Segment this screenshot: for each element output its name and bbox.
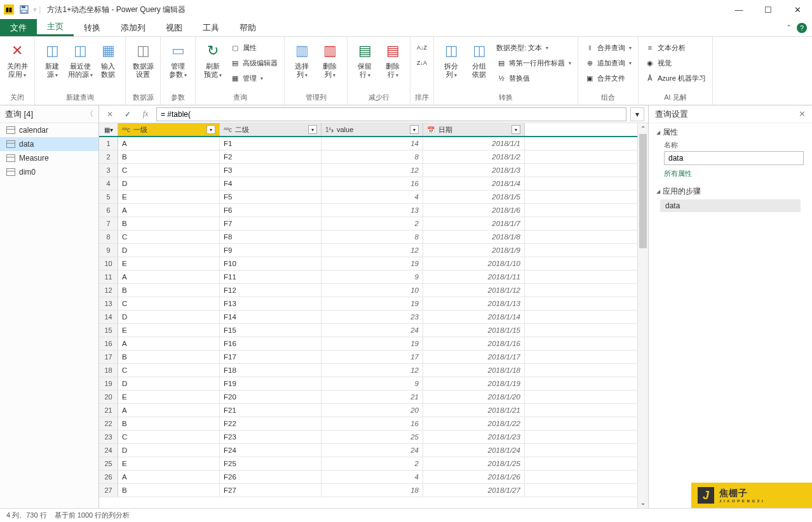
applied-step[interactable]: data [660,199,801,212]
close-settings-icon[interactable]: ✕ [799,109,806,119]
cell[interactable]: 18 [321,484,423,497]
cell[interactable]: F21 [220,404,321,417]
cell[interactable]: 4 [321,471,423,483]
remove-columns-button[interactable]: ▥删除 列 [316,39,343,79]
table-row[interactable]: 24DF24242018/1/24 [99,444,637,457]
cell[interactable]: F20 [220,391,321,403]
cell[interactable]: 2018/1/15 [423,324,525,337]
table-row[interactable]: 13CF13192018/1/13 [99,297,637,311]
column-filter-icon[interactable]: ▾ [206,125,215,134]
cell[interactable]: E [118,257,220,270]
cell[interactable]: F23 [220,431,321,443]
combine-files-button[interactable]: ▣合并文件 [582,71,634,85]
cell[interactable]: F13 [220,297,321,310]
collapse-queries-icon[interactable]: 〈 [86,109,93,119]
cell[interactable]: 2018/1/14 [423,311,525,323]
column-header-value[interactable]: 1²₃value▾ [321,123,423,136]
tab-工具[interactable]: 工具 [193,19,229,36]
cell[interactable]: 2 [321,217,423,230]
cell[interactable]: 2018/1/19 [423,377,525,390]
cell[interactable]: 2018/1/3 [423,164,525,177]
cell[interactable]: 8 [321,231,423,243]
cell[interactable]: 19 [321,257,423,270]
fx-icon[interactable]: fx [139,107,152,121]
table-row[interactable]: 25EF2522018/1/25 [99,457,637,471]
save-icon[interactable] [19,4,29,15]
cell[interactable]: B [118,284,220,297]
cell[interactable]: A [118,404,220,417]
scroll-thumb[interactable] [639,134,647,248]
cell[interactable]: B [118,417,220,430]
azure-ml-button[interactable]: ÅAzure 机器学习 [642,71,708,85]
cell[interactable]: A [118,137,220,150]
cell[interactable]: 23 [321,311,423,323]
cell[interactable]: F2 [220,151,321,163]
cell[interactable]: F24 [220,444,321,457]
cell[interactable]: A [118,271,220,283]
manage-button[interactable]: ▦管理 [227,71,280,85]
table-row[interactable]: 19DF1992018/1/19 [99,377,637,391]
cell[interactable]: 2018/1/12 [423,284,525,297]
table-row[interactable]: 26AF2642018/1/26 [99,471,637,484]
cell[interactable]: 2018/1/5 [423,191,525,203]
cell[interactable]: F22 [220,417,321,430]
scroll-up-icon[interactable]: ⌃ [638,123,648,134]
cell[interactable]: 21 [321,391,423,403]
table-row[interactable]: 10EF10192018/1/10 [99,257,637,271]
formula-input[interactable] [156,107,626,121]
cell[interactable]: 2018/1/20 [423,391,525,403]
cell[interactable]: 14 [321,137,423,150]
cell[interactable]: 9 [321,271,423,283]
column-filter-icon[interactable]: ▾ [511,125,520,134]
tab-添加列[interactable]: 添加列 [111,19,156,36]
table-row[interactable]: 6AF6132018/1/6 [99,204,637,217]
remove-rows-button[interactable]: ▤删除 行 [379,39,406,79]
table-icon[interactable]: ▦▾ [99,123,118,136]
cell[interactable]: 2018/1/22 [423,417,525,430]
query-item-dim0[interactable]: dim0 [0,165,98,179]
cell[interactable]: F15 [220,324,321,337]
cell[interactable]: 13 [321,204,423,217]
table-row[interactable]: 12BF12102018/1/12 [99,284,637,297]
tab-file[interactable]: 文件 [0,19,37,36]
cell[interactable]: 19 [321,297,423,310]
column-header-二级[interactable]: ᴬᴮc二级▾ [220,123,321,136]
query-item-data[interactable]: data [0,137,98,151]
cell[interactable]: F19 [220,377,321,390]
formula-expand-icon[interactable]: ▾ [630,107,644,121]
table-row[interactable]: 18CF18122018/1/18 [99,364,637,377]
cell[interactable]: 2018/1/6 [423,204,525,217]
data-source-settings-button[interactable]: ◫数据源 设置 [130,39,156,79]
new-source-button[interactable]: ◫新建 源 [39,39,65,79]
cell[interactable]: 19 [321,337,423,350]
table-row[interactable]: 4DF4162018/1/4 [99,177,637,191]
sort-desc-button[interactable]: Z↓A [414,56,430,70]
cell[interactable]: F3 [220,164,321,177]
all-properties-link[interactable]: 所有属性 [664,169,804,178]
refresh-preview-button[interactable]: ↻刷新 预览 [200,39,226,79]
cell[interactable]: 25 [321,431,423,443]
recent-sources-button[interactable]: ◫最近使 用的源 [67,39,93,79]
cell[interactable]: 2018/1/26 [423,471,525,483]
cell[interactable]: 2018/1/4 [423,177,525,190]
cell[interactable]: B [118,151,220,163]
cell[interactable]: 24 [321,444,423,457]
collapse-ribbon-icon[interactable]: ⌃ [786,23,792,32]
accept-formula-icon[interactable]: ✓ [121,107,135,121]
cell[interactable]: C [118,164,220,177]
cell[interactable]: D [118,244,220,257]
query-name-input[interactable] [664,151,804,165]
tab-主页[interactable]: 主页 [37,19,74,36]
cell[interactable]: D [118,311,220,323]
table-row[interactable]: 1AF1142018/1/1 [99,137,637,151]
vertical-scrollbar[interactable]: ⌃ ⌄ [637,123,648,508]
data-type-button[interactable]: 数据类型: 文本 [494,41,574,55]
help-icon[interactable]: ? [797,23,807,33]
tab-转换[interactable]: 转换 [74,19,111,36]
cell[interactable]: 2018/1/27 [423,484,525,497]
table-row[interactable]: 8CF882018/1/8 [99,231,637,244]
cell[interactable]: 2018/1/11 [423,271,525,283]
table-row[interactable]: 7BF722018/1/7 [99,217,637,231]
manage-parameters-button[interactable]: ▭管理 参数 [165,39,191,79]
cell[interactable]: F16 [220,337,321,350]
